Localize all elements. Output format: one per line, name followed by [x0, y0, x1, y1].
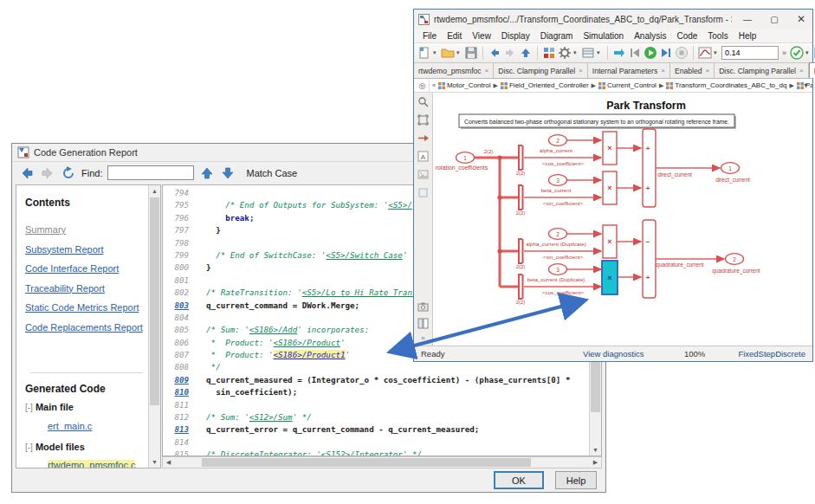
scroll-down-icon[interactable]: ▼	[590, 444, 601, 456]
navigate-up-icon[interactable]	[519, 46, 533, 60]
menu-view[interactable]: View	[467, 31, 496, 41]
file-link-ert-main-c[interactable]: ert_main.c	[48, 421, 92, 431]
breadcrumb-collapse-icon[interactable]: «	[432, 82, 436, 88]
menu-diagram[interactable]: Diagram	[535, 31, 579, 41]
scroll-left-icon[interactable]: ◀	[163, 457, 174, 468]
toc-link-subsystem-report[interactable]: Subsystem Report	[25, 244, 103, 255]
simulink-titlebar[interactable]: rtwdemo_pmsmfoc/.../Transform_Coordinate…	[414, 10, 812, 29]
tab-close-icon[interactable]: ×	[579, 67, 583, 74]
inport-rotation-coefficients[interactable]: 1 rotation_coefficients 2(2)	[436, 149, 494, 171]
find-input[interactable]	[107, 165, 194, 180]
simulation-scope-icon[interactable]	[698, 46, 712, 60]
trace-link[interactable]: <S152>/Integrator	[321, 449, 403, 456]
stop-icon[interactable]	[675, 46, 689, 60]
breadcrumb-item-motor_control[interactable]: Motor_Control	[438, 81, 491, 89]
tab-internal-parameters[interactable]: Internal Parameters×	[588, 63, 670, 78]
sum-block-direct[interactable]: + +	[643, 129, 656, 207]
menu-simulation[interactable]: Simulation	[578, 31, 629, 41]
scroll-down-icon[interactable]: ▼	[149, 456, 160, 468]
zoom-icon[interactable]	[417, 96, 429, 107]
menu-code[interactable]: Code	[671, 31, 702, 41]
scope-dropdown-icon[interactable]: ▾	[714, 49, 720, 56]
product-block-2[interactable]: ×	[603, 171, 617, 204]
breadcrumb-options-icon[interactable]: ◎	[416, 80, 430, 92]
trace-link[interactable]: <S12>/Sum	[249, 412, 293, 422]
model-explorer-icon[interactable]	[581, 46, 595, 60]
minimize-icon[interactable]: —	[736, 10, 759, 28]
inport-beta-current-duplicate[interactable]: 3 beta_current (Duplicate) <cos_coeffici…	[527, 264, 585, 295]
outport-quadrature-current[interactable]: 2 quadrature_current	[712, 254, 760, 275]
toc-link-code-replacements-report[interactable]: Code Replacements Report	[25, 322, 143, 333]
code-horizontal-scrollbar[interactable]: ◀ ▶	[162, 456, 602, 468]
inport-alpha-current[interactable]: 2 alpha_current <cos_coefficient>	[540, 135, 584, 166]
toolbar-overflow-icon[interactable]: »	[780, 48, 788, 57]
menu-tools[interactable]: Tools	[702, 31, 733, 41]
annotation-box[interactable]: Converts balanced two-phase orthogonal s…	[459, 114, 736, 129]
tab-close-icon[interactable]: ×	[799, 67, 804, 74]
direction-arrow-icon[interactable]	[417, 132, 429, 144]
maximize-icon[interactable]: ▢	[763, 10, 786, 28]
palette-expand-icon[interactable]: »	[421, 334, 424, 342]
update-diagram-icon[interactable]	[612, 46, 626, 60]
navigate-back-icon[interactable]	[488, 46, 501, 60]
viewmarks-camera-icon[interactable]	[417, 301, 429, 313]
back-icon[interactable]	[19, 165, 35, 181]
toc-link-static-code-metrics-report[interactable]: Static Code Metrics Report	[25, 302, 139, 313]
model-browser-toggle-icon[interactable]	[417, 318, 429, 329]
trace-link[interactable]: <S5>/Switch Case	[326, 250, 403, 260]
menu-edit[interactable]: Edit	[442, 31, 467, 41]
step-forward-icon[interactable]	[659, 46, 673, 60]
open-model-dropdown-icon[interactable]: ▾	[456, 49, 462, 56]
line-number-link[interactable]: 813	[163, 423, 189, 436]
find-previous-icon[interactable]	[199, 165, 215, 181]
model-configuration-gear-icon[interactable]	[558, 46, 572, 60]
tab-park-transform[interactable]: Park_Transform×	[809, 62, 815, 78]
collapse-icon[interactable]: [-]	[25, 403, 33, 412]
tab-rtwdemo-pmsmfoc[interactable]: rtwdemo_pmsmfoc×	[414, 63, 494, 78]
line-number-link[interactable]: 810	[163, 386, 189, 398]
product-block-3[interactable]: ×	[603, 225, 617, 258]
model-canvas[interactable]: Park Transform Converts balanced two-pha…	[433, 93, 812, 346]
signal-trunk[interactable]	[475, 158, 519, 287]
advisor-dropdown-icon[interactable]: ▾	[805, 49, 812, 56]
simulation-stop-time-input[interactable]	[721, 46, 779, 60]
model-explorer-dropdown-icon[interactable]: ▾	[597, 49, 603, 56]
product1-block-highlighted[interactable]: ×	[602, 261, 618, 294]
menu-display[interactable]: Display	[496, 31, 535, 41]
menu-file[interactable]: File	[417, 31, 442, 41]
selector-blocks[interactable]	[519, 145, 523, 299]
image-icon[interactable]	[417, 169, 429, 180]
model-advisor-check-icon[interactable]	[790, 46, 804, 60]
breadcrumb-dropdown-icon[interactable]: ▼	[803, 82, 809, 88]
file-link-rtwdemo-pmsmfoc-c[interactable]: rtwdemo_pmsmfoc.c	[48, 460, 135, 468]
toc-link-summary[interactable]: Summary	[25, 224, 66, 235]
trace-link[interactable]: <S186>/Add	[249, 325, 297, 334]
inport-alpha-current-duplicate[interactable]: 2 alpha_current (Duplicate) <sin_coeffic…	[526, 229, 585, 260]
area-select-icon[interactable]	[417, 187, 429, 198]
breadcrumb-item-current_control[interactable]: Current_Control	[598, 81, 657, 89]
library-browser-icon[interactable]	[542, 46, 556, 60]
product-block-1[interactable]: ×	[603, 132, 617, 165]
status-view-diagnostics[interactable]: View diagnostics	[583, 349, 644, 359]
tab-enabled[interactable]: Enabled×	[670, 63, 715, 78]
find-next-icon[interactable]	[220, 165, 236, 181]
toc-link-code-interface-report[interactable]: Code Interface Report	[25, 263, 119, 274]
menu-help[interactable]: Help	[734, 31, 762, 41]
tab-close-icon[interactable]: ×	[661, 67, 665, 74]
collapse-icon[interactable]: [-]	[25, 443, 33, 452]
scroll-right-icon[interactable]: ▶	[590, 457, 601, 468]
help-button[interactable]: Help	[555, 471, 597, 489]
new-model-icon[interactable]	[417, 46, 431, 60]
highlighted-trace-link[interactable]: <S186>/Product1	[274, 350, 346, 359]
line-number-link[interactable]: 809	[163, 374, 189, 386]
trace-link[interactable]: <S186>/Product	[274, 338, 340, 347]
refresh-icon[interactable]	[61, 165, 76, 181]
navigate-forward-icon[interactable]	[503, 46, 517, 60]
inport-beta-current[interactable]: 3 beta_current <sin_coefficient>	[541, 175, 584, 206]
new-model-dropdown-icon[interactable]: ▾	[433, 49, 439, 56]
sum-block-quadrature[interactable]: − +	[643, 220, 656, 298]
match-case-label[interactable]: Match Case	[246, 168, 297, 178]
step-back-icon[interactable]	[628, 46, 642, 60]
sidebar-scrollbar[interactable]: ▲ ▼	[148, 185, 160, 468]
menu-analysis[interactable]: Analysis	[629, 31, 671, 41]
